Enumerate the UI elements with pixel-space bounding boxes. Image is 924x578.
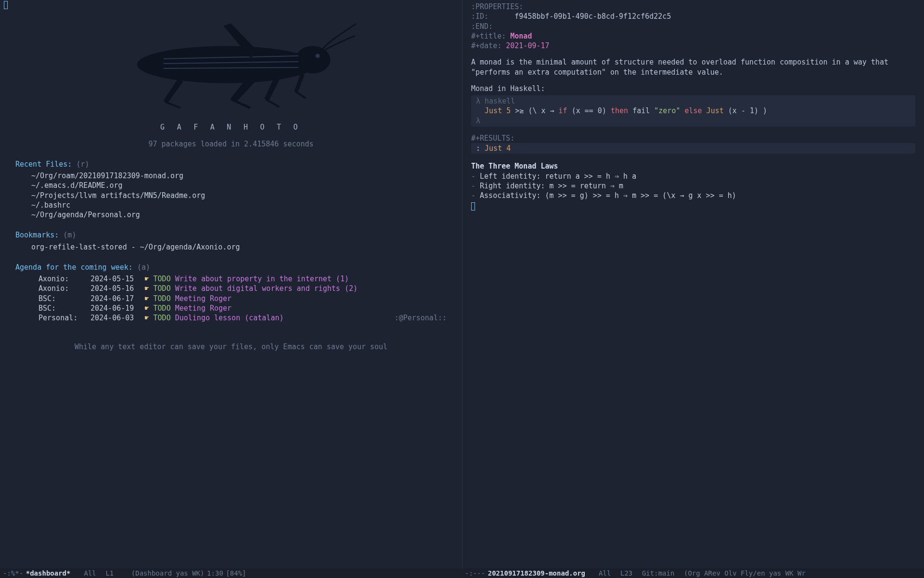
modeline-line: L23: [620, 569, 632, 578]
agenda-title: Write about digital workers and rights (…: [175, 284, 358, 293]
org-paragraph: A monad is the minimal amount of structu…: [471, 57, 915, 77]
agenda-date: 2024-05-16: [90, 284, 142, 293]
modeline-left[interactable]: -:%*- *dashboard* All L1 (Dashboard yas …: [0, 568, 462, 578]
recent-file-item[interactable]: ~/.bashrc: [15, 200, 447, 210]
recent-files-list: ~/Org/roam/20210917182309-monad.org ~/.e…: [15, 171, 447, 220]
todo-keyword: TODO: [154, 304, 171, 313]
org-date-value: 2021-09-17: [506, 41, 549, 50]
src-block-line: Just 5 >≥ (\ x → if (x == 0) then fail "…: [476, 106, 911, 116]
todo-keyword: TODO: [154, 275, 171, 283]
agenda-item[interactable]: Axonio:2024-05-15☛ TODO Write about prop…: [15, 274, 447, 284]
org-list-item: - Associativity: (m >> = g) >> = h ⇒ m >…: [471, 191, 915, 200]
agenda-category: BSC:: [38, 294, 90, 303]
bookmarks-list: org-refile-last-stored - ~/Org/agenda/Ax…: [15, 242, 447, 252]
org-window: :PROPERTIES: :ID: f9458bbf-09b1-490c-b8c…: [462, 0, 924, 568]
agenda-title: Meeting Roger: [175, 294, 231, 303]
recent-files-key: (r): [76, 160, 89, 169]
dashboard-title: G A F A N H O T O: [15, 122, 447, 132]
svg-point-2: [315, 53, 320, 58]
modeline-state: -:%*-: [3, 569, 23, 578]
agenda-date: 2024-06-17: [90, 294, 142, 303]
recent-files-heading: Recent Files:: [15, 160, 72, 169]
src-block-end: λ: [476, 117, 480, 125]
bookmarks-heading: Bookmarks:: [15, 231, 59, 239]
agenda-category: Axonio:: [38, 274, 90, 284]
modeline-minor: (Dashboard yas WK): [131, 569, 205, 578]
dashboard-banner-icon: [106, 12, 356, 118]
agenda-marker-icon: ☛: [145, 275, 154, 283]
agenda-key: (a): [137, 263, 150, 272]
agenda-title: Meeting Roger: [175, 304, 231, 313]
dashboard-footer: While any text editor can save your file…: [15, 342, 447, 352]
agenda-date: 2024-06-19: [90, 303, 142, 313]
agenda-item[interactable]: BSC:2024-06-19☛ TODO Meeting Roger: [15, 303, 447, 313]
modeline-position: All: [84, 569, 96, 578]
drawer-properties-open: :PROPERTIES:: [471, 2, 915, 12]
modeline-line: L1: [105, 569, 114, 578]
modeline-right[interactable]: -:--- 20210917182309-monad.org All L23 G…: [462, 568, 924, 578]
drawer-id-label: :ID:: [471, 12, 488, 21]
agenda-item[interactable]: Personal:2024-06-03☛ TODO Duolingo lesso…: [15, 313, 447, 323]
agenda-category: BSC:: [38, 303, 90, 313]
org-list-item: - Left identity: return a >> = h ⇒ h a: [471, 171, 915, 181]
results-colon: :: [476, 144, 480, 153]
cursor: [471, 202, 475, 210]
recent-file-item[interactable]: ~/Org/roam/20210917182309-monad.org: [15, 171, 447, 181]
modeline-minor: (Org ARev Olv Fly/en yas WK Wr: [684, 569, 806, 578]
recent-file-item[interactable]: ~/.emacs.d/README.org: [15, 181, 447, 190]
modeline-vc: Git:main: [642, 569, 674, 578]
dashboard-window: G A F A N H O T O 97 packages loaded in …: [0, 0, 462, 568]
bookmark-item[interactable]: org-refile-last-stored - ~/Org/agenda/Ax…: [15, 242, 447, 252]
org-list-item: - Right identity: m >> = return ⇒ m: [471, 181, 915, 191]
agenda-marker-icon: ☛: [145, 314, 154, 322]
todo-keyword: TODO: [154, 284, 171, 293]
modeline-position: All: [599, 569, 611, 578]
bookmarks-section: Bookmarks: (m) org-refile-last-stored - …: [15, 230, 447, 252]
agenda-item[interactable]: Axonio:2024-05-16☛ TODO Write about digi…: [15, 284, 447, 293]
org-intro-line: Monad in Haskell:: [471, 84, 915, 93]
agenda-marker-icon: ☛: [145, 304, 154, 313]
org-title-keyword: #+title:: [471, 32, 506, 40]
org-heading[interactable]: The Three Monad Laws: [471, 161, 915, 171]
agenda-date: 2024-05-15: [90, 274, 142, 284]
src-block-header: λ haskell: [476, 97, 515, 105]
modeline-buffer-name: *dashboard*: [26, 569, 71, 578]
org-title-line: #+title: Monad: [471, 31, 915, 41]
recent-files-section: Recent Files: (r) ~/Org/roam/20210917182…: [15, 159, 447, 220]
dashboard-status: 97 packages loaded in 2.415846 seconds: [15, 139, 447, 149]
todo-keyword: TODO: [154, 294, 171, 303]
modeline-state: -:---: [465, 569, 485, 578]
agenda-category: Axonio:: [38, 284, 90, 293]
recent-file-item[interactable]: ~/Org/agenda/Personal.org: [15, 210, 447, 220]
agenda-title: Write about property in the internet (1): [175, 275, 349, 283]
results-block: : Just 4: [471, 143, 915, 154]
agenda-marker-icon: ☛: [145, 284, 154, 293]
agenda-date: 2024-06-03: [90, 313, 142, 323]
agenda-heading: Agenda for the coming week:: [15, 263, 133, 272]
org-date-keyword: #+date:: [471, 41, 501, 50]
agenda-title: Duolingo lesson (catalan): [175, 314, 284, 322]
org-date-line: #+date: 2021-09-17: [471, 41, 915, 51]
org-title-value: Monad: [510, 32, 532, 40]
agenda-marker-icon: ☛: [145, 294, 154, 303]
agenda-tag: :@Personal::: [395, 313, 447, 323]
modeline-clock: 1:30: [207, 569, 223, 578]
todo-keyword: TODO: [154, 314, 171, 322]
agenda-section: Agenda for the coming week: (a) Axonio:2…: [15, 263, 447, 323]
src-block: λ haskell Just 5 >≥ (\ x → if (x == 0) t…: [471, 95, 915, 127]
drawer-id-line: :ID: f9458bbf-09b1-490c-b8cd-9f12cf6d22c…: [471, 12, 915, 21]
svg-point-0: [137, 46, 315, 83]
modeline-buffer-name: 20210917182309-monad.org: [488, 569, 585, 578]
results-value: Just 4: [485, 144, 511, 153]
agenda-category: Personal:: [38, 313, 90, 323]
results-keyword: #+RESULTS:: [471, 133, 915, 143]
recent-file-item[interactable]: ~/Projects/llvm artifacts/MN5/Readme.org: [15, 191, 447, 200]
drawer-id-value: f9458bbf-09b1-490c-b8cd-9f12cf6d22c5: [514, 12, 671, 21]
agenda-item[interactable]: BSC:2024-06-17☛ TODO Meeting Roger: [15, 294, 447, 303]
bookmarks-key: (m): [63, 231, 76, 239]
modeline-battery: [84%]: [226, 569, 246, 578]
drawer-properties-end: :END:: [471, 22, 915, 31]
cursor: [4, 1, 8, 9]
